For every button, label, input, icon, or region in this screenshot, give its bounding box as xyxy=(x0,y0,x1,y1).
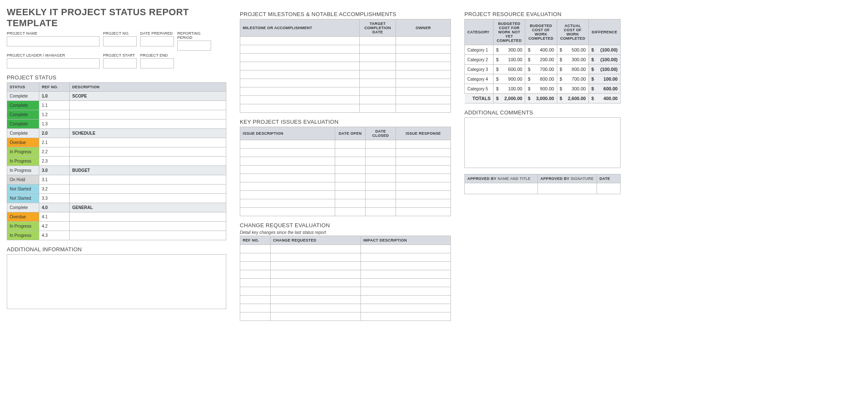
empty-cell[interactable] xyxy=(240,149,335,157)
meta-input[interactable] xyxy=(7,36,100,46)
meta-input[interactable] xyxy=(177,41,211,51)
empty-cell[interactable] xyxy=(396,37,451,45)
empty-cell[interactable] xyxy=(361,245,451,253)
empty-cell[interactable] xyxy=(240,253,271,262)
empty-cell[interactable] xyxy=(396,199,451,208)
empty-cell[interactable] xyxy=(396,191,451,199)
description-cell[interactable] xyxy=(70,101,226,110)
empty-cell[interactable] xyxy=(240,287,271,296)
empty-cell[interactable] xyxy=(396,157,451,166)
status-cell[interactable]: In Progress xyxy=(7,222,39,231)
empty-cell[interactable] xyxy=(360,87,396,96)
status-cell[interactable]: Complete xyxy=(7,92,39,101)
empty-cell[interactable] xyxy=(271,279,361,287)
empty-cell[interactable] xyxy=(240,45,360,54)
empty-cell[interactable] xyxy=(240,157,335,166)
status-cell[interactable]: In Progress xyxy=(7,231,39,240)
status-cell[interactable]: Complete xyxy=(7,203,39,212)
status-cell[interactable]: On Hold xyxy=(7,175,39,185)
empty-cell[interactable] xyxy=(335,166,366,174)
empty-cell[interactable] xyxy=(335,140,366,149)
empty-cell[interactable] xyxy=(335,208,366,216)
description-cell[interactable] xyxy=(70,110,226,120)
empty-cell[interactable] xyxy=(240,96,360,104)
empty-cell[interactable] xyxy=(240,140,335,149)
empty-cell[interactable] xyxy=(240,87,360,96)
empty-cell[interactable] xyxy=(240,174,335,182)
status-cell[interactable]: Overdue xyxy=(7,212,39,222)
empty-cell[interactable] xyxy=(366,157,396,166)
status-cell[interactable]: Complete xyxy=(7,129,39,138)
empty-cell[interactable] xyxy=(271,296,361,304)
description-cell[interactable] xyxy=(70,222,226,231)
empty-cell[interactable] xyxy=(240,79,360,87)
meta-input[interactable] xyxy=(103,36,137,46)
status-cell[interactable]: Not Started xyxy=(7,185,39,194)
empty-cell[interactable] xyxy=(360,37,396,45)
empty-cell[interactable] xyxy=(366,149,396,157)
empty-cell[interactable] xyxy=(396,62,451,71)
empty-cell[interactable] xyxy=(240,199,335,208)
empty-cell[interactable] xyxy=(366,166,396,174)
description-cell[interactable] xyxy=(70,231,226,240)
description-cell[interactable]: BUDGET xyxy=(70,166,226,175)
empty-cell[interactable] xyxy=(271,270,361,279)
status-cell[interactable]: Overdue xyxy=(7,138,39,147)
empty-cell[interactable] xyxy=(366,191,396,199)
empty-cell[interactable] xyxy=(240,62,360,71)
empty-cell[interactable] xyxy=(361,262,451,270)
description-cell[interactable]: SCOPE xyxy=(70,92,226,101)
meta-input[interactable] xyxy=(7,58,100,68)
empty-cell[interactable] xyxy=(240,208,335,216)
empty-cell[interactable] xyxy=(335,149,366,157)
empty-cell[interactable] xyxy=(335,199,366,208)
empty-cell[interactable] xyxy=(335,191,366,199)
empty-cell[interactable] xyxy=(361,279,451,287)
description-cell[interactable] xyxy=(70,157,226,166)
empty-cell[interactable] xyxy=(366,182,396,191)
meta-input[interactable] xyxy=(103,58,137,68)
empty-cell[interactable] xyxy=(271,312,361,321)
empty-cell[interactable] xyxy=(240,166,335,174)
empty-cell[interactable] xyxy=(396,87,451,96)
empty-cell[interactable] xyxy=(240,304,271,312)
empty-cell[interactable] xyxy=(396,149,451,157)
empty-cell[interactable] xyxy=(240,37,360,45)
empty-cell[interactable] xyxy=(240,71,360,79)
empty-cell[interactable] xyxy=(360,104,396,113)
empty-cell[interactable] xyxy=(361,287,451,296)
empty-cell[interactable] xyxy=(366,208,396,216)
empty-cell[interactable] xyxy=(396,208,451,216)
empty-cell[interactable] xyxy=(240,191,335,199)
empty-cell[interactable] xyxy=(396,54,451,62)
status-cell[interactable]: Complete xyxy=(7,120,39,129)
empty-cell[interactable] xyxy=(360,54,396,62)
empty-cell[interactable] xyxy=(396,96,451,104)
empty-cell[interactable] xyxy=(271,245,361,253)
approval-signature-cell[interactable] xyxy=(538,183,597,194)
description-cell[interactable] xyxy=(70,185,226,194)
empty-cell[interactable] xyxy=(396,79,451,87)
empty-cell[interactable] xyxy=(240,245,271,253)
empty-cell[interactable] xyxy=(366,140,396,149)
empty-cell[interactable] xyxy=(271,287,361,296)
status-cell[interactable]: Complete xyxy=(7,110,39,120)
description-cell[interactable] xyxy=(70,147,226,157)
description-cell[interactable] xyxy=(70,120,226,129)
empty-cell[interactable] xyxy=(240,312,271,321)
additional-info-box[interactable] xyxy=(7,254,226,309)
description-cell[interactable] xyxy=(70,175,226,185)
empty-cell[interactable] xyxy=(361,312,451,321)
approval-date-cell[interactable] xyxy=(597,183,621,194)
empty-cell[interactable] xyxy=(366,174,396,182)
empty-cell[interactable] xyxy=(240,270,271,279)
empty-cell[interactable] xyxy=(335,174,366,182)
status-cell[interactable]: Complete xyxy=(7,101,39,110)
approval-name-cell[interactable] xyxy=(465,183,538,194)
empty-cell[interactable] xyxy=(396,104,451,113)
status-cell[interactable]: In Progress xyxy=(7,157,39,166)
description-cell[interactable] xyxy=(70,138,226,147)
empty-cell[interactable] xyxy=(335,182,366,191)
empty-cell[interactable] xyxy=(240,104,360,113)
empty-cell[interactable] xyxy=(360,62,396,71)
